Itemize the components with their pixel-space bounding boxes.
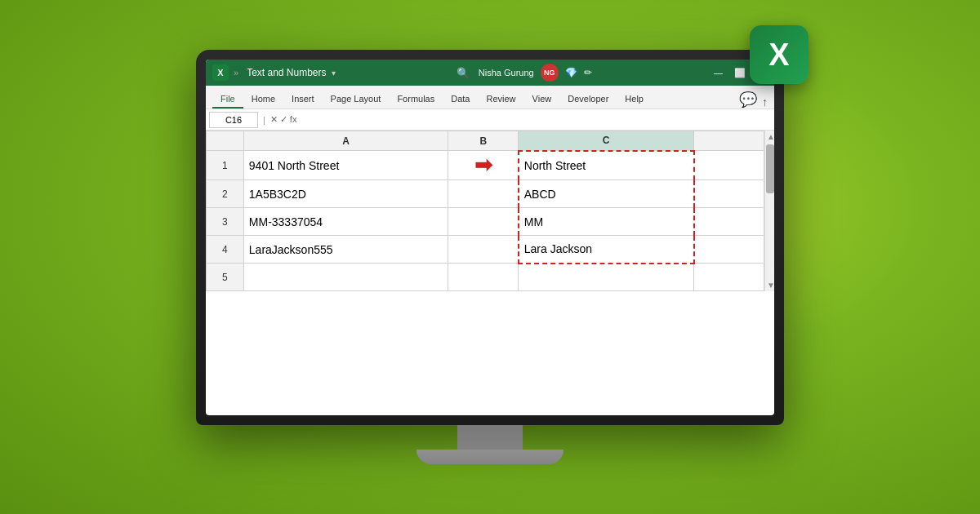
formula-bar: | ✕ ✓ fx bbox=[206, 109, 774, 131]
cell-a4[interactable]: LaraJackson555 bbox=[243, 236, 448, 264]
tab-insert[interactable]: Insert bbox=[283, 91, 323, 109]
monitor-body: X » Text and Numbers ▾ 🔍 Nisha Gurung NG… bbox=[196, 50, 784, 425]
excel-logo-badge: X bbox=[750, 25, 808, 84]
title-center: 🔍 Nisha Gurung NG 💎 ✏ bbox=[341, 64, 706, 82]
formula-input[interactable] bbox=[300, 112, 771, 128]
row-num-5: 5 bbox=[207, 264, 244, 291]
monitor-wrapper: X X » Text and Numbers ▾ 🔍 Nisha Gurung … bbox=[196, 50, 784, 464]
monitor-screen: X » Text and Numbers ▾ 🔍 Nisha Gurung NG… bbox=[206, 60, 774, 415]
quick-access: » bbox=[234, 68, 238, 78]
tab-page-layout[interactable]: Page Layout bbox=[323, 91, 390, 109]
row-num-1: 1 bbox=[207, 151, 244, 180]
vertical-scrollbar[interactable]: ▲ ▼ bbox=[764, 131, 774, 291]
cell-reference[interactable] bbox=[209, 112, 258, 128]
tab-formulas[interactable]: Formulas bbox=[389, 91, 443, 109]
scroll-down-arrow[interactable]: ▼ bbox=[765, 279, 774, 291]
cell-c5[interactable] bbox=[519, 264, 694, 291]
col-header-d[interactable] bbox=[694, 131, 764, 151]
table-row: 4 LaraJackson555 Lara Jackson bbox=[207, 236, 764, 264]
cell-c1[interactable]: North Street bbox=[519, 151, 694, 180]
user-name: Nisha Gurung bbox=[479, 68, 534, 78]
cell-d2 bbox=[694, 180, 764, 208]
user-avatar: NG bbox=[541, 64, 559, 82]
cell-c3[interactable]: MM bbox=[519, 208, 694, 236]
search-icon[interactable]: 🔍 bbox=[454, 64, 472, 82]
scroll-thumb[interactable] bbox=[766, 144, 774, 193]
tab-developer[interactable]: Developer bbox=[559, 91, 617, 109]
table-row: 5 bbox=[207, 264, 764, 291]
cell-d3 bbox=[694, 208, 764, 236]
cell-b2 bbox=[448, 180, 519, 208]
tab-file[interactable]: File bbox=[212, 91, 243, 109]
col-header-b[interactable]: B bbox=[448, 131, 519, 151]
table-row: 2 1A5B3C2D ABCD bbox=[207, 180, 764, 208]
cell-a1[interactable]: 9401 North Street bbox=[243, 151, 448, 180]
column-headers-row: A B C bbox=[207, 131, 764, 151]
confirm-formula-icon[interactable]: ✓ bbox=[280, 114, 287, 125]
formula-icons: ✕ ✓ fx bbox=[270, 114, 297, 125]
sheet-container: A B C 1 9401 North Street bbox=[206, 131, 764, 291]
titlebar: X » Text and Numbers ▾ 🔍 Nisha Gurung NG… bbox=[206, 60, 774, 86]
col-header-c[interactable]: C bbox=[519, 131, 694, 151]
cell-d5 bbox=[694, 264, 764, 291]
spreadsheet-area: A B C 1 9401 North Street bbox=[206, 131, 774, 291]
cell-d1 bbox=[694, 151, 764, 180]
cell-b4 bbox=[448, 236, 519, 264]
diamond-icon: 💎 bbox=[565, 67, 577, 78]
row-num-4: 4 bbox=[207, 236, 244, 264]
edit-icon: ✏ bbox=[584, 67, 592, 78]
formula-divider: | bbox=[261, 115, 267, 125]
table-row: 3 MM-33337054 MM bbox=[207, 208, 764, 236]
insert-function-icon[interactable]: fx bbox=[290, 114, 297, 125]
tab-data[interactable]: Data bbox=[443, 91, 478, 109]
corner-header bbox=[207, 131, 244, 151]
arrow-icon: ➡ bbox=[474, 153, 492, 177]
tab-help[interactable]: Help bbox=[617, 91, 652, 109]
row-num-3: 3 bbox=[207, 208, 244, 236]
monitor-stand-neck bbox=[457, 425, 523, 450]
cell-c4[interactable]: Lara Jackson bbox=[519, 236, 694, 264]
tab-home[interactable]: Home bbox=[243, 91, 283, 109]
cell-b3 bbox=[448, 208, 519, 236]
cell-a3[interactable]: MM-33337054 bbox=[243, 208, 448, 236]
tab-view[interactable]: View bbox=[524, 91, 560, 109]
maximize-button[interactable]: ⬜ bbox=[731, 68, 749, 78]
cell-b1: ➡ bbox=[448, 151, 519, 180]
tab-review[interactable]: Review bbox=[478, 91, 523, 109]
ribbon-tabs: File Home Insert Page Layout Formulas Da… bbox=[206, 86, 774, 109]
share-icon[interactable]: ↑ bbox=[762, 95, 768, 109]
cell-d4 bbox=[694, 236, 764, 264]
ribbon: File Home Insert Page Layout Formulas Da… bbox=[206, 86, 774, 109]
minimize-button[interactable]: — bbox=[710, 68, 726, 78]
cell-b5 bbox=[448, 264, 519, 291]
spreadsheet-grid: A B C 1 9401 North Street bbox=[206, 131, 764, 291]
scroll-up-arrow[interactable]: ▲ bbox=[765, 131, 774, 143]
table-row: 1 9401 North Street ➡ North Street bbox=[207, 151, 764, 180]
cell-a2[interactable]: 1A5B3C2D bbox=[243, 180, 448, 208]
cancel-formula-icon[interactable]: ✕ bbox=[270, 114, 278, 125]
cell-c2[interactable]: ABCD bbox=[519, 180, 694, 208]
title-chevron[interactable]: ▾ bbox=[332, 69, 336, 78]
excel-logo-letter: X bbox=[768, 38, 789, 73]
workbook-title: Text and Numbers bbox=[247, 67, 326, 78]
monitor-stand-base bbox=[416, 450, 564, 464]
row-num-2: 2 bbox=[207, 180, 244, 208]
col-header-a[interactable]: A bbox=[243, 131, 448, 151]
cell-a5[interactable] bbox=[243, 264, 448, 291]
excel-small-logo: X bbox=[212, 64, 229, 81]
comments-icon[interactable]: 💬 bbox=[739, 91, 757, 109]
